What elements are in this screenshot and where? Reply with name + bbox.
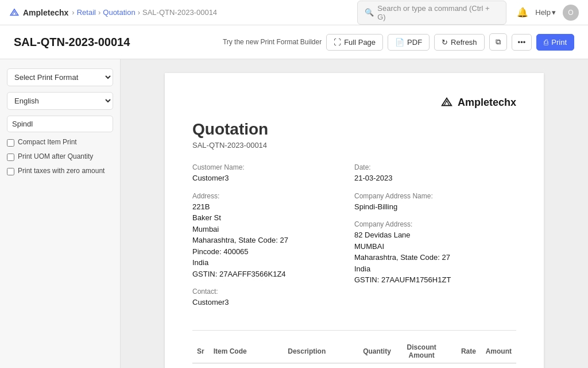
try-new-label: Try the new Print Format Builder — [223, 38, 322, 46]
print-label: Print — [551, 38, 567, 47]
top-navigation: Ampletechx › Retail › Quotation › SAL-QT… — [0, 0, 588, 25]
taxes-check[interactable] — [7, 168, 14, 175]
company-address-name-value: Spindi-Billing — [354, 201, 516, 213]
cell-item-code: Handwoven Long Kurta-GRE-S — [209, 363, 284, 368]
refresh-button[interactable]: ↻ Refresh — [434, 34, 485, 51]
address-value: 221B Baker St Mumbai Maharashtra, State … — [192, 201, 354, 280]
col-rate: Rate — [447, 340, 481, 363]
pdf-icon: 📄 — [395, 38, 404, 47]
breadcrumb-separator: › — [72, 8, 74, 17]
full-page-icon: ⛶ — [334, 38, 341, 47]
copy-button[interactable]: ⧉ — [489, 33, 507, 51]
customer-name-value: Customer3 — [192, 172, 354, 184]
contact-label: Contact: — [192, 288, 354, 296]
help-label: Help — [535, 8, 551, 17]
customer-name-label: Customer Name: — [192, 163, 354, 171]
logo-text: Ampletechx — [23, 8, 68, 17]
filter-input[interactable] — [7, 116, 113, 132]
more-icon: ••• — [518, 38, 526, 47]
print-button[interactable]: ⎙ Print — [536, 34, 574, 51]
table-body: 1 Handwoven Long Kurta-GRE-S Handwoven L… — [192, 363, 516, 368]
notifications-button[interactable]: 🔔 — [517, 7, 528, 18]
col-quantity: Quantity — [358, 340, 396, 363]
logo: Ampletechx — [9, 7, 68, 18]
print-icon: ⎙ — [544, 38, 548, 47]
customer-name-field: Customer Name: Customer3 — [192, 163, 354, 184]
main-layout: Select Print Format English Compact Item… — [0, 59, 588, 368]
page-title: SAL-QTN-2023-00014 — [14, 36, 130, 49]
items-table: Sr Item Code Description Quantity Discou… — [192, 340, 516, 369]
search-icon: 🔍 — [365, 8, 374, 17]
full-page-button[interactable]: ⛶ Full Page — [326, 34, 383, 51]
document-fields: Customer Name: Customer3 Address: 221B B… — [192, 163, 516, 316]
breadcrumb-sep2: › — [98, 8, 100, 17]
language-select[interactable]: English — [7, 92, 113, 110]
date-value: 21-03-2023 — [354, 172, 516, 184]
help-chevron-icon: ▾ — [552, 8, 556, 17]
print-format-select[interactable]: Select Print Format — [7, 68, 113, 86]
uom-check[interactable] — [7, 154, 14, 161]
compact-item-check[interactable] — [7, 139, 14, 147]
pdf-button[interactable]: 📄 PDF — [388, 34, 430, 51]
company-address-value: 82 Devidas Lane MUMBAI Maharashtra, Stat… — [354, 229, 516, 286]
refresh-label: Refresh — [451, 38, 477, 47]
user-initial: O — [568, 9, 573, 17]
topnav-actions: 🔔 Help ▾ O — [517, 5, 579, 21]
document-title: Quotation — [192, 120, 516, 139]
table-row: 1 Handwoven Long Kurta-GRE-S Handwoven L… — [192, 363, 516, 368]
doc-logo-text: Ampletechx — [458, 97, 516, 109]
company-address-label: Company Address: — [354, 220, 516, 228]
copy-icon: ⧉ — [496, 37, 501, 47]
fields-right-column: Date: 21-03-2023 Company Address Name: S… — [354, 163, 516, 316]
page-header: SAL-QTN-2023-00014 Try the new Print For… — [0, 25, 588, 59]
cell-discount: $ 0.00 — [396, 363, 448, 368]
col-discount: Discount Amount — [396, 340, 448, 363]
address-label: Address: — [192, 192, 354, 200]
page-header-actions: Try the new Print Format Builder ⛶ Full … — [223, 33, 574, 51]
document-logo: Ampletechx — [192, 96, 516, 109]
compact-item-label: Compact Item Print — [18, 138, 77, 146]
breadcrumb-retail[interactable]: Retail — [77, 8, 96, 17]
cell-rate: $ 100.00 — [447, 363, 481, 368]
uom-checkbox[interactable]: Print UOM after Quantity — [7, 152, 113, 161]
search-placeholder: Search or type a command (Ctrl + G) — [377, 4, 499, 21]
pdf-label: PDF — [407, 38, 422, 47]
col-item-code: Item Code — [209, 340, 284, 363]
help-button[interactable]: Help ▾ — [535, 8, 556, 17]
breadcrumb-quotation[interactable]: Quotation — [103, 8, 135, 17]
col-amount: Amount — [481, 340, 516, 363]
fields-left-column: Customer Name: Customer3 Address: 221B B… — [192, 163, 354, 316]
company-address-name-label: Company Address Name: — [354, 192, 516, 200]
sidebar: Select Print Format English Compact Item… — [0, 59, 121, 368]
search-bar[interactable]: 🔍 Search or type a command (Ctrl + G) — [357, 1, 506, 25]
taxes-label: Print taxes with zero amount — [18, 167, 105, 175]
company-address-field: Company Address: 82 Devidas Lane MUMBAI … — [354, 220, 516, 286]
contact-field: Contact: Customer3 — [192, 288, 354, 308]
print-preview-area: Ampletechx Quotation SAL-QTN-2023-00014 … — [121, 59, 588, 368]
date-field: Date: 21-03-2023 — [354, 163, 516, 184]
breadcrumb-current: SAL-QTN-2023-00014 — [142, 8, 217, 17]
uom-label: Print UOM after Quantity — [18, 152, 93, 160]
document-divider — [192, 330, 516, 331]
doc-logo-icon — [440, 96, 453, 109]
col-description: Description — [283, 340, 358, 363]
compact-item-checkbox[interactable]: Compact Item Print — [7, 138, 113, 147]
col-sr: Sr — [192, 340, 209, 363]
more-button[interactable]: ••• — [512, 34, 532, 51]
table-header-row: Sr Item Code Description Quantity Discou… — [192, 340, 516, 363]
breadcrumb-sep3: › — [138, 8, 140, 17]
company-address-name-field: Company Address Name: Spindi-Billing — [354, 192, 516, 213]
cell-description: Handwoven Long Kurta-GRE-S — [283, 363, 358, 368]
user-avatar[interactable]: O — [563, 5, 579, 21]
cell-sr: 1 — [192, 363, 209, 368]
address-field: Address: 221B Baker St Mumbai Maharashtr… — [192, 192, 354, 280]
taxes-checkbox[interactable]: Print taxes with zero amount — [7, 167, 113, 175]
refresh-icon: ↻ — [442, 38, 448, 47]
full-page-label: Full Page — [344, 38, 376, 47]
document: Ampletechx Quotation SAL-QTN-2023-00014 … — [165, 73, 544, 368]
document-id: SAL-QTN-2023-00014 — [192, 141, 516, 150]
contact-value: Customer3 — [192, 297, 354, 308]
logo-icon — [9, 7, 20, 18]
date-label: Date: — [354, 163, 516, 171]
cell-amount: $ 100.00 — [481, 363, 516, 368]
